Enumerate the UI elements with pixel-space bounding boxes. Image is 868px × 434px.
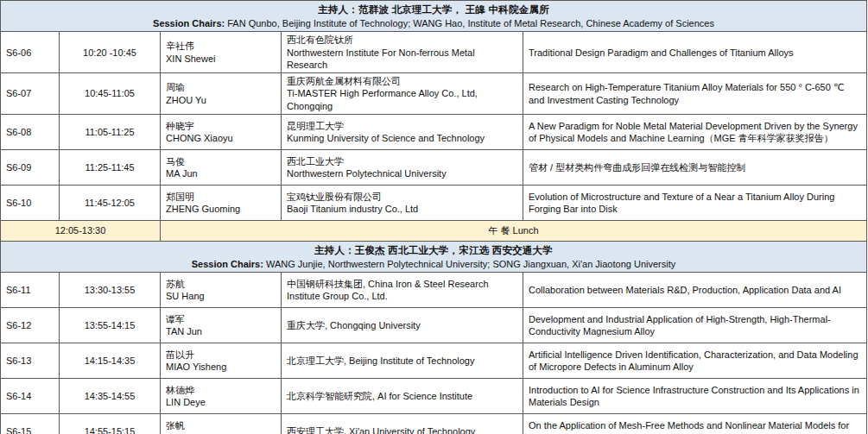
talk-title-cell: Collaboration between Materials R&D, Pro… bbox=[523, 273, 867, 308]
speaker-name-en: CHONG Xiaoyu bbox=[166, 132, 276, 144]
talk-title-cell: A New Paradigm for Noble Metal Material … bbox=[523, 115, 867, 150]
time-cell: 13:55-14:15 bbox=[60, 308, 161, 343]
affiliation-line: Northwestern Polytechnical University bbox=[287, 167, 517, 179]
affiliation-line: 中国钢研科技集团, China Iron & Steel Research In… bbox=[287, 278, 517, 303]
chair-en-names: FAN Qunbo, Beijing Institute of Technolo… bbox=[225, 18, 714, 28]
affiliation-line: 重庆大学, Chongqing University bbox=[287, 319, 517, 331]
affiliation-cell: 西北有色院钛所Northwestern Institute For Non-fe… bbox=[282, 32, 523, 73]
affiliation-line: 北京科学智能研究院, AI for Science Institute bbox=[287, 390, 517, 402]
chair-line-zh: 主持人：范群波 北京理工大学， 王皞 中科院金属所 bbox=[4, 3, 863, 16]
talk-row: S6-1314:15-14:35苗以升MIAO Yisheng北京理工大学, B… bbox=[1, 343, 867, 379]
time-cell: 11:25-11:45 bbox=[60, 150, 161, 186]
session-id-cell: S6-07 bbox=[1, 73, 60, 115]
affiliation-cell: 重庆大学, Chongqing University bbox=[282, 308, 523, 343]
speaker-name-zh: 林德烨 bbox=[166, 384, 276, 396]
session-chair-row: 主持人：王俊杰 西北工业大学，宋江选 西安交通大学Session Chairs:… bbox=[1, 242, 867, 273]
speaker-cell: 辛社伟XIN Shewei bbox=[161, 32, 282, 73]
talk-row: S6-1414:35-14:55林德烨LIN Deye北京科学智能研究院, AI… bbox=[1, 379, 867, 414]
affiliation-line: 西安理工大学, Xi'an University of Technology bbox=[287, 425, 517, 434]
time-cell: 11:05-11:25 bbox=[60, 115, 161, 150]
session-id-cell: S6-12 bbox=[1, 308, 60, 343]
talk-title-cell: Development and Industrial Application o… bbox=[523, 308, 867, 343]
time-cell: 13:30-13:55 bbox=[60, 273, 161, 308]
speaker-name-zh: 辛社伟 bbox=[166, 40, 276, 52]
speaker-name-en: XIN Shewei bbox=[166, 53, 276, 65]
talk-title-cell: On the Application of Mesh-Free Methods … bbox=[523, 414, 867, 434]
time-cell: 14:15-14:35 bbox=[60, 343, 161, 379]
speaker-cell: 谭军TAN Jun bbox=[161, 308, 282, 343]
speaker-name-zh: 苏航 bbox=[166, 278, 276, 290]
talk-title-cell: 管材 / 型材类构件弯曲成形回弹在线检测与智能控制 bbox=[523, 150, 867, 186]
chair-en-label: Session Chairs: bbox=[192, 259, 263, 269]
speaker-cell: 苗以升MIAO Yisheng bbox=[161, 343, 282, 379]
chair-line-en: Session Chairs: WANG Junjie, Northwester… bbox=[4, 258, 863, 270]
speaker-name-en: MIAO Yisheng bbox=[166, 361, 276, 373]
talk-title-cell: Introduction to AI for Science Infrastru… bbox=[523, 379, 867, 414]
session-id-cell: S6-08 bbox=[1, 115, 60, 150]
affiliation-line: Baoji Titanium industry Co., Ltd bbox=[287, 203, 517, 215]
speaker-name-en: ZHENG Guoming bbox=[166, 203, 276, 215]
break-row: 12:05-13:30午 餐 Lunch bbox=[1, 221, 867, 242]
speaker-name-zh: 张帆 bbox=[166, 419, 276, 431]
affiliation-line: 重庆两航金属材料有限公司 bbox=[287, 75, 517, 87]
chair-line-en: Session Chairs: FAN Qunbo, Beijing Insti… bbox=[4, 17, 863, 29]
chair-en-label: Session Chairs: bbox=[153, 18, 225, 28]
speaker-cell: 种晓宇CHONG Xiaoyu bbox=[161, 115, 282, 150]
session-id-cell: S6-11 bbox=[1, 273, 60, 308]
program-table: 主持人：范群波 北京理工大学， 王皞 中科院金属所Session Chairs:… bbox=[0, 0, 867, 434]
affiliation-cell: 北京科学智能研究院, AI for Science Institute bbox=[282, 379, 523, 414]
talk-row: S6-0911:25-11:45马俊MA Jun西北工业大学Northweste… bbox=[1, 150, 867, 186]
affiliation-cell: 北京理工大学, Beijing Institute of Technology bbox=[282, 343, 523, 379]
affiliation-line: 西北有色院钛所 bbox=[287, 34, 517, 46]
conference-session-schedule: 主持人：范群波 北京理工大学， 王皞 中科院金属所Session Chairs:… bbox=[0, 0, 866, 434]
talk-row: S6-0710:45-11:05周瑜ZHOU Yu重庆两航金属材料有限公司Ti-… bbox=[1, 73, 867, 115]
affiliation-cell: 西安理工大学, Xi'an University of Technology bbox=[282, 414, 523, 434]
affiliation-cell: 西北工业大学Northwestern Polytechnical Univers… bbox=[282, 150, 523, 186]
chair-en-names: WANG Junjie, Northwestern Polytechnical … bbox=[263, 259, 675, 269]
affiliation-cell: 昆明理工大学Kunming University of Science and … bbox=[282, 115, 523, 150]
affiliation-line: 宝鸡钛业股份有限公司 bbox=[287, 191, 517, 203]
time-cell: 10:45-11:05 bbox=[60, 73, 161, 115]
speaker-name-zh: 周瑜 bbox=[166, 81, 276, 93]
time-cell: 14:55-15:15 bbox=[60, 414, 161, 434]
talk-row: S6-0811:05-11:25种晓宇CHONG Xiaoyu昆明理工大学Kun… bbox=[1, 115, 867, 150]
speaker-name-en: ZHOU Yu bbox=[166, 94, 276, 106]
time-cell: 10:20 -10:45 bbox=[60, 32, 161, 73]
affiliation-cell: 中国钢研科技集团, China Iron & Steel Research In… bbox=[282, 273, 523, 308]
session-id-cell: S6-09 bbox=[1, 150, 60, 186]
session-chair-cell: 主持人：范群波 北京理工大学， 王皞 中科院金属所Session Chairs:… bbox=[1, 1, 867, 32]
time-cell: 11:45-12:05 bbox=[60, 186, 161, 221]
time-cell: 14:35-14:55 bbox=[60, 379, 161, 414]
affiliation-cell: 重庆两航金属材料有限公司Ti-MASTER High Performance A… bbox=[282, 73, 523, 115]
speaker-name-zh: 马俊 bbox=[166, 155, 276, 167]
affiliation-line: Ti-MASTER High Performance Alloy Co., Lt… bbox=[287, 87, 517, 112]
session-id-cell: S6-14 bbox=[1, 379, 60, 414]
talk-title-cell: Traditional Design Paradigm and Challeng… bbox=[523, 32, 867, 73]
speaker-cell: 郑国明ZHENG Guoming bbox=[161, 186, 282, 221]
speaker-name-zh: 谭军 bbox=[166, 313, 276, 325]
session-id-cell: S6-15 bbox=[1, 414, 60, 434]
session-id-cell: S6-10 bbox=[1, 186, 60, 221]
talk-row: S6-1113:30-13:55苏航SU Hang中国钢研科技集团, China… bbox=[1, 273, 867, 308]
speaker-cell: 林德烨LIN Deye bbox=[161, 379, 282, 414]
speaker-name-en: SU Hang bbox=[166, 290, 276, 302]
talk-title-cell: Research on High-Temperature Titanium Al… bbox=[523, 73, 867, 115]
affiliation-line: 昆明理工大学 bbox=[287, 120, 517, 132]
affiliation-line: Northwestern Institute For Non-ferrous M… bbox=[287, 47, 517, 72]
speaker-name-zh: 郑国明 bbox=[166, 191, 276, 203]
speaker-name-en: MA Jun bbox=[166, 167, 276, 179]
talk-row: S6-0610:20 -10:45辛社伟XIN Shewei西北有色院钛所Nor… bbox=[1, 32, 867, 73]
break-time-cell: 12:05-13:30 bbox=[1, 221, 161, 242]
speaker-name-en: TAN Jun bbox=[166, 325, 276, 337]
session-id-cell: S6-13 bbox=[1, 343, 60, 379]
talk-row: S6-1213:55-14:15谭军TAN Jun重庆大学, Chongqing… bbox=[1, 308, 867, 343]
speaker-name-zh: 苗以升 bbox=[166, 349, 276, 361]
talk-title-cell: Evolution of Microstructure and Texture … bbox=[523, 186, 867, 221]
chair-line-zh: 主持人：王俊杰 西北工业大学，宋江选 西安交通大学 bbox=[4, 244, 863, 257]
affiliation-line: 北京理工大学, Beijing Institute of Technology bbox=[287, 355, 517, 367]
session-chair-cell: 主持人：王俊杰 西北工业大学，宋江选 西安交通大学Session Chairs:… bbox=[1, 242, 867, 273]
session-id-cell: S6-06 bbox=[1, 32, 60, 73]
speaker-cell: 周瑜ZHOU Yu bbox=[161, 73, 282, 115]
speaker-name-zh: 种晓宇 bbox=[166, 120, 276, 132]
talk-title-cell: Artificial Intelligence Driven Identific… bbox=[523, 343, 867, 379]
